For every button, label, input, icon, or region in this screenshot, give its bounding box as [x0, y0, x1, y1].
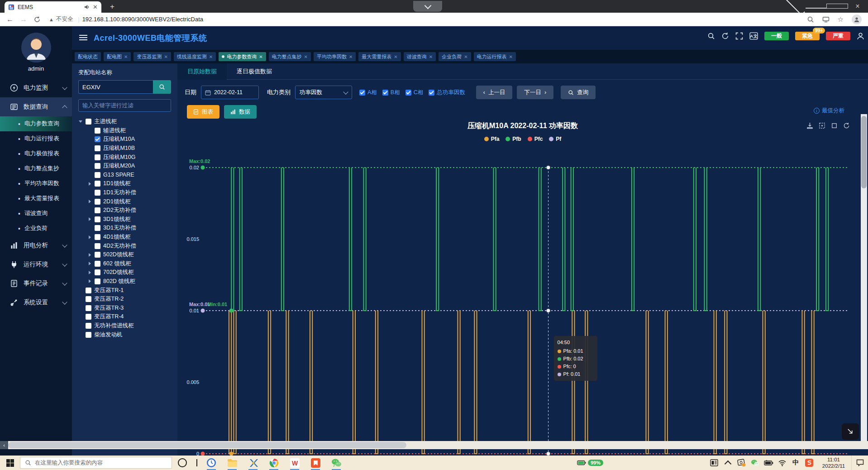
- nav-tab-1[interactable]: 配电状态: [75, 52, 101, 61]
- date-input[interactable]: 2022-02-11: [201, 86, 259, 99]
- refresh-chart-icon[interactable]: [843, 122, 850, 129]
- vertical-scrollbar-thumb[interactable]: [861, 116, 867, 188]
- tree-node[interactable]: 3D1馈线柜: [78, 215, 171, 224]
- tree-checkbox[interactable]: [95, 269, 100, 275]
- alarm-badge-normal[interactable]: 一般: [764, 32, 789, 40]
- tree-checkbox[interactable]: [95, 136, 100, 142]
- restore-icon[interactable]: [831, 122, 838, 129]
- nav-tab-7[interactable]: 平均功率因数✕: [314, 52, 356, 61]
- close-tab-icon[interactable]: ✕: [164, 54, 167, 59]
- sync-tray-icon[interactable]: [734, 456, 748, 470]
- wechat-tray-icon[interactable]: [748, 456, 762, 470]
- tree-checkbox[interactable]: [95, 128, 100, 134]
- sidebar-subitem-3[interactable]: •电力极值报表: [0, 146, 72, 161]
- sidebar-subitem-5[interactable]: •平均功率因数: [0, 176, 72, 191]
- tree-node[interactable]: 主进线柜: [78, 117, 171, 126]
- tree-node[interactable]: 辅进线柜: [78, 126, 171, 135]
- tree-caret-icon[interactable]: [87, 182, 92, 186]
- sidebar-subitem-7[interactable]: •谐波查询: [0, 206, 72, 221]
- station-search-input[interactable]: [78, 80, 153, 94]
- tree-checkbox[interactable]: [95, 216, 100, 222]
- sub-tab-1[interactable]: 日原始数据: [177, 63, 227, 80]
- tree-node[interactable]: 变压器TR-2: [78, 295, 171, 304]
- tree-checkbox[interactable]: [95, 207, 100, 213]
- extreme-analysis-link[interactable]: i 最值分析: [814, 107, 844, 115]
- tree-caret-icon[interactable]: [87, 271, 92, 274]
- tree-node[interactable]: 1D1无功补偿: [78, 188, 171, 197]
- chrome-icon[interactable]: [263, 456, 284, 470]
- tray-expand-chevron-icon[interactable]: [721, 456, 734, 470]
- close-tab-icon[interactable]: ✕: [464, 54, 467, 59]
- tree-node[interactable]: 602 馈线柜: [78, 259, 171, 269]
- tree-checkbox[interactable]: [95, 154, 100, 160]
- tree-caret-icon[interactable]: [87, 262, 92, 265]
- tree-node[interactable]: G13 SPARE: [78, 171, 171, 180]
- sidebar-item-3[interactable]: 用电分析: [0, 236, 72, 255]
- tree-checkbox[interactable]: [86, 288, 91, 293]
- tab-close-icon[interactable]: ✕: [93, 4, 98, 10]
- alarm-badge-severe[interactable]: 严重: [826, 32, 850, 40]
- refresh-icon[interactable]: [721, 32, 729, 40]
- tree-node[interactable]: 2D1馈线柜: [78, 197, 171, 206]
- close-tab-icon[interactable]: ✕: [209, 54, 213, 59]
- tree-checkbox[interactable]: [95, 225, 100, 231]
- tree-checkbox[interactable]: [86, 119, 91, 125]
- sidebar-item-2[interactable]: 数据查询: [0, 97, 72, 116]
- close-tab-icon[interactable]: ✕: [304, 54, 308, 59]
- search-icon[interactable]: [707, 32, 715, 40]
- start-button[interactable]: [0, 459, 20, 467]
- sidebar-subitem-2[interactable]: •电力运行报表: [0, 131, 72, 146]
- window-minimize-button[interactable]: [806, 3, 826, 10]
- window-chevron-icon[interactable]: [785, 3, 806, 10]
- nav-tab-11[interactable]: 电力运行报表✕: [474, 52, 516, 61]
- type-select[interactable]: 功率因数: [295, 86, 352, 99]
- screenshare-dropdown[interactable]: [413, 1, 442, 12]
- battery-indicator[interactable]: 99%: [577, 460, 603, 466]
- nav-tab-4[interactable]: 缆线温度监测✕: [174, 52, 216, 61]
- sidebar-item-5[interactable]: 事件记录: [0, 274, 72, 293]
- close-tab-icon[interactable]: ✕: [259, 54, 262, 59]
- phase-checkbox-2[interactable]: B相: [382, 89, 400, 96]
- tree-caret-icon[interactable]: [87, 253, 92, 257]
- window-maximize-button[interactable]: [826, 3, 847, 10]
- tree-caret-icon[interactable]: [87, 235, 92, 239]
- window-close-button[interactable]: ×: [847, 2, 868, 10]
- x-app-icon[interactable]: [243, 456, 263, 470]
- zoom-icon[interactable]: [807, 16, 814, 23]
- vertical-scrollbar[interactable]: [861, 114, 867, 441]
- close-tab-icon[interactable]: ✕: [124, 54, 128, 59]
- tree-node[interactable]: 压缩机M10B: [78, 144, 171, 153]
- widgets-icon[interactable]: [707, 456, 721, 470]
- nav-tab-8[interactable]: 最大需量报表✕: [358, 52, 401, 61]
- chart-view-button[interactable]: 图表: [187, 105, 219, 119]
- reload-icon[interactable]: [33, 16, 41, 23]
- hamburger-menu-icon[interactable]: [79, 35, 87, 41]
- tree-checkbox[interactable]: [95, 145, 100, 151]
- tree-caret-icon[interactable]: [87, 200, 92, 203]
- data-view-button[interactable]: 数据: [224, 105, 257, 119]
- tree-checkbox[interactable]: [86, 332, 91, 338]
- tree-checkbox[interactable]: [86, 323, 91, 329]
- nav-tab-10[interactable]: 企业负荷✕: [439, 52, 471, 61]
- tree-node[interactable]: 变压器TR-3: [78, 303, 171, 312]
- tree-caret-icon[interactable]: [87, 217, 92, 221]
- tree-node[interactable]: 1D1馈线柜: [78, 179, 171, 188]
- taskbar-clock[interactable]: 11:01 2022/2/11: [819, 456, 849, 469]
- new-tab-button[interactable]: +: [107, 2, 118, 12]
- close-tab-icon[interactable]: ✕: [394, 54, 397, 59]
- query-button[interactable]: 查询: [561, 86, 596, 99]
- tree-filter-input[interactable]: [78, 99, 171, 112]
- tree-caret-icon[interactable]: [87, 279, 92, 283]
- tree-caret-icon[interactable]: [78, 120, 83, 123]
- file-explorer-icon[interactable]: [222, 456, 243, 470]
- tab-audio-icon[interactable]: [84, 4, 90, 10]
- tree-checkbox[interactable]: [95, 261, 100, 267]
- sub-tab-2[interactable]: 逐日极值数据: [227, 63, 282, 80]
- url-text[interactable]: 192.168.1.100:8090/3000WEBV2/ElectricDat…: [82, 16, 203, 23]
- clock-app-icon[interactable]: [201, 456, 222, 470]
- nav-tab-6[interactable]: 电力整点集抄✕: [269, 52, 311, 61]
- checkbox-icon[interactable]: [405, 90, 411, 96]
- checkbox-icon[interactable]: [359, 90, 365, 96]
- taskbar-search-box[interactable]: 在这里输入你要搜索的内容: [20, 457, 172, 469]
- tree-node[interactable]: 502D馈线柜: [78, 250, 171, 259]
